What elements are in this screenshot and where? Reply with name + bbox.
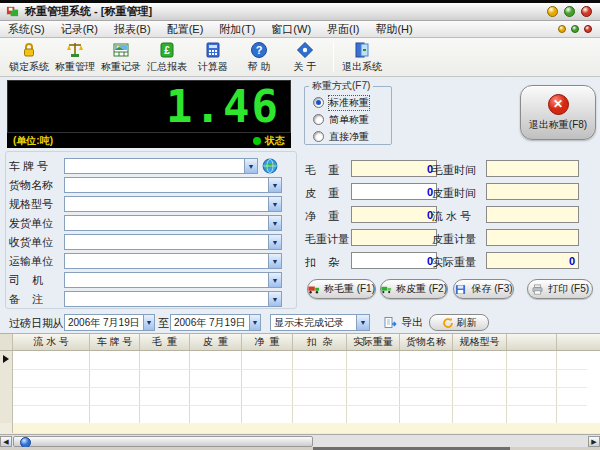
mdi-restore-button[interactable]	[571, 25, 579, 33]
horizontal-scrollbar[interactable]: ◀ ▶	[0, 434, 600, 447]
maximize-button[interactable]	[564, 6, 575, 17]
shipper-combobox[interactable]: ▼	[64, 215, 282, 231]
lock-system-button[interactable]: 锁定系统	[6, 39, 52, 75]
print-button[interactable]: 打印 (F5)	[527, 279, 593, 299]
mdi-minimize-button[interactable]	[558, 25, 566, 33]
spec-model-combobox[interactable]: ▼	[64, 196, 282, 212]
scrollbar-thumb[interactable]	[13, 436, 313, 447]
col-plate-no[interactable]: 车 牌 号	[90, 334, 140, 350]
radio-standard-weigh[interactable]: 标准称重	[313, 95, 391, 110]
truck-loaded-icon	[308, 284, 320, 295]
transporter-combobox[interactable]: ▼	[64, 253, 282, 269]
exit-system-button[interactable]: 退出系统	[339, 39, 385, 75]
chevron-down-icon[interactable]: ▼	[268, 197, 281, 211]
menu-interface[interactable]: 界面(I)	[319, 21, 367, 37]
mdi-close-button[interactable]	[584, 25, 592, 33]
summary-report-button[interactable]: £ 汇总报表	[144, 39, 190, 75]
exit-door-icon	[353, 41, 371, 59]
net-weight-label: 净 重	[305, 209, 339, 224]
globe-icon[interactable]	[262, 158, 278, 174]
deduction-label: 扣 杂	[305, 255, 339, 270]
chevron-down-icon[interactable]: ▼	[143, 315, 154, 330]
weigh-gross-button[interactable]: 称毛重 (F1)	[307, 279, 376, 299]
chevron-down-icon[interactable]: ▼	[268, 235, 281, 249]
grid-body[interactable]	[0, 351, 600, 423]
tare-meter-field[interactable]	[486, 229, 579, 246]
chevron-down-icon[interactable]: ▼	[249, 315, 260, 330]
col-gross[interactable]: 毛 重	[140, 334, 190, 350]
from-date-picker[interactable]: 2006年 7月19日 ▼	[64, 314, 155, 331]
remarks-combobox[interactable]: ▼	[64, 291, 282, 307]
net-weight-field[interactable]: 0	[351, 206, 437, 223]
gross-meter-field[interactable]	[351, 229, 437, 246]
driver-combobox[interactable]: ▼	[64, 272, 282, 288]
weight-value: 1.46	[166, 85, 290, 129]
window-title: 称重管理系统 - [称重管理]	[25, 4, 152, 19]
col-goods-name[interactable]: 货物名称	[400, 334, 453, 350]
scroll-left-arrow-icon[interactable]: ◀	[0, 436, 12, 447]
plate-no-combobox[interactable]: ▼	[64, 158, 258, 174]
weigh-manage-button[interactable]: 称重管理	[52, 39, 98, 75]
radio-direct-net[interactable]: 直接净重	[313, 129, 391, 144]
app-window: 称重管理系统 - [称重管理] 系统(S) 记录(R) 报表(B) 配置(E) …	[0, 0, 600, 450]
print-icon	[531, 284, 544, 295]
col-deduction[interactable]: 扣 杂	[293, 334, 347, 350]
menu-extras[interactable]: 附加(T)	[211, 21, 263, 37]
goods-name-combobox[interactable]: ▼	[64, 177, 282, 193]
menu-reports[interactable]: 报表(B)	[106, 21, 159, 37]
toolbar-separator	[333, 42, 334, 72]
tare-time-field[interactable]	[486, 183, 579, 200]
refresh-button[interactable]: 刷新	[429, 314, 489, 331]
close-button[interactable]	[581, 6, 592, 17]
chevron-down-icon[interactable]: ▼	[356, 315, 369, 330]
actual-weight-field[interactable]: 0	[486, 252, 579, 269]
chevron-down-icon[interactable]: ▼	[268, 254, 281, 268]
save-button[interactable]: 保存 (F3)	[453, 279, 514, 299]
record-filter-combobox[interactable]: 显示未完成记录 ▼	[270, 314, 370, 331]
export-button[interactable]: 导出	[384, 314, 423, 331]
minimize-button[interactable]	[547, 6, 558, 17]
chevron-down-icon[interactable]: ▼	[268, 292, 281, 306]
col-tare[interactable]: 皮 重	[190, 334, 242, 350]
gross-weight-field[interactable]: 0	[351, 160, 437, 177]
help-button[interactable]: ? 帮 助	[236, 39, 282, 75]
menu-system[interactable]: 系统(S)	[0, 21, 53, 37]
calculator-button[interactable]: 计算器	[190, 39, 236, 75]
plate-no-label: 车 牌 号	[9, 159, 59, 174]
menu-records[interactable]: 记录(R)	[53, 21, 106, 37]
weigh-records-button[interactable]: 称重记录	[98, 39, 144, 75]
menu-window[interactable]: 窗口(W)	[263, 21, 319, 37]
status-label: 状态	[265, 134, 285, 148]
shipper-label: 发货单位	[9, 216, 59, 231]
svg-text:?: ?	[256, 44, 263, 56]
serial-no-field[interactable]	[486, 206, 579, 223]
about-button[interactable]: 关 于	[282, 39, 328, 75]
exit-weigh-button[interactable]: ✕ 退出称重(F8)	[520, 85, 596, 140]
col-empty-1	[507, 334, 557, 350]
chevron-down-icon[interactable]: ▼	[268, 273, 281, 287]
weigh-tare-button[interactable]: 称皮重 (F2)	[380, 279, 448, 299]
to-date-picker[interactable]: 2006年 7月19日 ▼	[170, 314, 261, 331]
tare-weight-field[interactable]: 0	[351, 183, 437, 200]
chevron-down-icon[interactable]: ▼	[244, 159, 257, 173]
menu-config[interactable]: 配置(E)	[159, 21, 212, 37]
status-indicator-dot	[253, 137, 261, 145]
chevron-down-icon[interactable]: ▼	[268, 178, 281, 192]
lock-icon	[20, 41, 38, 59]
receiver-combobox[interactable]: ▼	[64, 234, 282, 250]
radio-simple-weigh[interactable]: 简单称重	[313, 112, 391, 127]
deduction-field[interactable]: 0	[351, 252, 437, 269]
grid-summary-selector	[0, 423, 13, 433]
chevron-down-icon[interactable]: ▼	[268, 216, 281, 230]
col-spec-model[interactable]: 规格型号	[453, 334, 507, 350]
menu-help[interactable]: 帮助(H)	[367, 21, 420, 37]
gross-time-field[interactable]	[486, 160, 579, 177]
weigh-mode-title: 称重方式(F7)	[309, 79, 373, 93]
weight-display: 1.46	[7, 80, 291, 133]
col-serial-no[interactable]: 流 水 号	[13, 334, 90, 350]
svg-text:£: £	[164, 45, 170, 56]
scroll-right-arrow-icon[interactable]: ▶	[588, 436, 600, 447]
col-actual-weight[interactable]: 实际重量	[347, 334, 400, 350]
col-net[interactable]: 净 重	[242, 334, 293, 350]
gross-time-label: 毛重时间	[432, 163, 476, 178]
